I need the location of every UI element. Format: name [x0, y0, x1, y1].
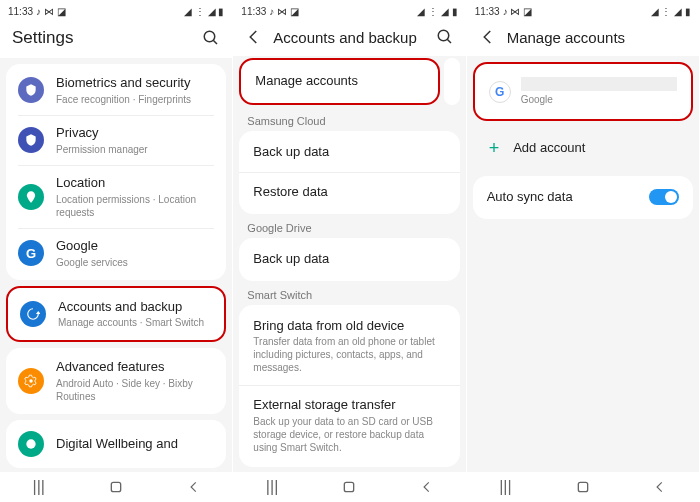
- settings-item-biometrics[interactable]: Biometrics and securityFace recognition …: [6, 66, 226, 115]
- settings-item-privacy[interactable]: PrivacyPermission manager: [18, 115, 214, 165]
- item-sub: Permission manager: [56, 143, 214, 156]
- item-title: Manage accounts: [255, 73, 358, 90]
- home-button[interactable]: [563, 477, 603, 497]
- svg-line-1: [214, 40, 218, 44]
- back-button[interactable]: [640, 477, 680, 497]
- item-title: Location: [56, 175, 214, 192]
- external-storage-item[interactable]: External storage transferBack up your da…: [239, 385, 459, 465]
- manage-accounts-screen: 11:33♪ ⋈ ◪ ◢ ⋮ ◢ ▮ Manage accounts G Goo…: [467, 0, 700, 502]
- search-icon[interactable]: [436, 28, 454, 46]
- item-sub: Face recognition · Fingerprints: [56, 93, 214, 106]
- item-title: Accounts and backup: [58, 299, 212, 316]
- svg-rect-4: [111, 482, 120, 491]
- item-title: Bring data from old device: [253, 318, 445, 335]
- home-button[interactable]: [96, 477, 136, 497]
- svg-rect-7: [345, 482, 354, 491]
- status-icons-left: ♪ ⋈ ◪: [503, 6, 533, 17]
- item-title: Google: [56, 238, 214, 255]
- page-title: Accounts and backup: [273, 29, 425, 46]
- recents-button[interactable]: |||: [485, 477, 525, 497]
- plus-icon: +: [489, 138, 500, 159]
- item-title: Privacy: [56, 125, 214, 142]
- status-icons-left: ♪ ⋈ ◪: [36, 6, 66, 17]
- recents-button[interactable]: |||: [19, 477, 59, 497]
- auto-sync-toggle[interactable]: [649, 189, 679, 205]
- page-title: Manage accounts: [507, 29, 687, 46]
- bring-data-item[interactable]: Bring data from old deviceTransfer data …: [239, 307, 459, 386]
- back-icon[interactable]: [245, 28, 263, 46]
- item-title: Add account: [513, 140, 585, 157]
- nav-bar: |||: [0, 472, 232, 502]
- item-title: Back up data: [253, 144, 329, 161]
- item-title: External storage transfer: [253, 397, 445, 414]
- restore-data-item[interactable]: Restore data: [239, 172, 459, 212]
- section-header-samsung-cloud: Samsung Cloud: [233, 107, 465, 131]
- item-sub: Back up your data to an SD card or USB s…: [253, 415, 445, 454]
- status-icons-right: ◢ ⋮ ◢ ▮: [417, 6, 457, 17]
- header: Manage accounts: [467, 22, 699, 56]
- add-account-item[interactable]: + Add account: [473, 127, 693, 170]
- item-title: Auto sync data: [487, 189, 637, 206]
- page-title: Settings: [12, 28, 192, 48]
- section-header-smart-switch: Smart Switch: [233, 281, 465, 305]
- item-sub: Location permissions · Location requests: [56, 193, 214, 219]
- account-type: Google: [521, 93, 677, 106]
- account-email-redacted: [521, 77, 677, 91]
- item-title: Advanced features: [56, 359, 214, 376]
- status-bar: 11:33♪ ⋈ ◪ ◢ ⋮ ◢ ▮: [233, 0, 465, 22]
- item-title: Back up data: [253, 251, 329, 268]
- google-account-item[interactable]: G Google: [475, 66, 691, 117]
- back-button[interactable]: [407, 477, 447, 497]
- settings-item-google[interactable]: GGoogleGoogle services: [18, 228, 214, 278]
- status-time: 11:33: [475, 6, 500, 17]
- status-icons-left: ♪ ⋈ ◪: [269, 6, 299, 17]
- header: Accounts and backup: [233, 22, 465, 56]
- accounts-backup-screen: 11:33♪ ⋈ ◪ ◢ ⋮ ◢ ▮ Accounts and backup M…: [233, 0, 466, 502]
- item-sub: Android Auto · Side key · Bixby Routines: [56, 377, 214, 403]
- back-icon[interactable]: [479, 28, 497, 46]
- item-sub: Google services: [56, 256, 214, 269]
- home-button[interactable]: [329, 477, 369, 497]
- status-bar: 11:33♪ ⋈ ◪ ◢ ⋮ ◢ ▮: [0, 0, 232, 22]
- settings-item-advanced[interactable]: Advanced featuresAndroid Auto · Side key…: [6, 350, 226, 412]
- back-button[interactable]: [174, 477, 214, 497]
- backup-data-drive-item[interactable]: Back up data: [239, 240, 459, 279]
- status-bar: 11:33♪ ⋈ ◪ ◢ ⋮ ◢ ▮: [467, 0, 699, 22]
- google-icon: G: [489, 81, 511, 103]
- svg-rect-8: [578, 482, 587, 491]
- search-icon[interactable]: [202, 29, 220, 47]
- auto-sync-item[interactable]: Auto sync data: [473, 178, 693, 217]
- header: Settings: [0, 22, 232, 58]
- svg-line-6: [447, 39, 451, 43]
- item-sub: Manage accounts · Smart Switch: [58, 316, 212, 329]
- item-sub: Transfer data from an old phone or table…: [253, 335, 445, 374]
- item-title: Digital Wellbeing and: [56, 436, 214, 453]
- manage-accounts-item[interactable]: Manage accounts: [241, 62, 437, 101]
- settings-item-accounts-backup[interactable]: Accounts and backupManage accounts · Sma…: [8, 290, 224, 339]
- recents-button[interactable]: |||: [252, 477, 292, 497]
- settings-screen: 11:33♪ ⋈ ◪ ◢ ⋮ ◢ ▮ Settings Biometrics a…: [0, 0, 233, 502]
- settings-item-location[interactable]: LocationLocation permissions · Location …: [18, 165, 214, 228]
- settings-item-wellbeing[interactable]: Digital Wellbeing and: [6, 422, 226, 466]
- svg-point-5: [438, 30, 449, 41]
- svg-point-2: [29, 380, 33, 384]
- item-title: Restore data: [253, 184, 327, 201]
- section-header-google-drive: Google Drive: [233, 214, 465, 238]
- status-icons-right: ◢ ⋮ ◢ ▮: [651, 6, 691, 17]
- svg-point-0: [205, 31, 216, 42]
- nav-bar: |||: [233, 472, 465, 502]
- svg-point-3: [26, 440, 35, 449]
- status-time: 11:33: [8, 6, 33, 17]
- item-title: Biometrics and security: [56, 75, 214, 92]
- status-icons-right: ◢ ⋮ ◢ ▮: [184, 6, 224, 17]
- nav-bar: |||: [467, 472, 699, 502]
- backup-data-item[interactable]: Back up data: [239, 133, 459, 172]
- status-time: 11:33: [241, 6, 266, 17]
